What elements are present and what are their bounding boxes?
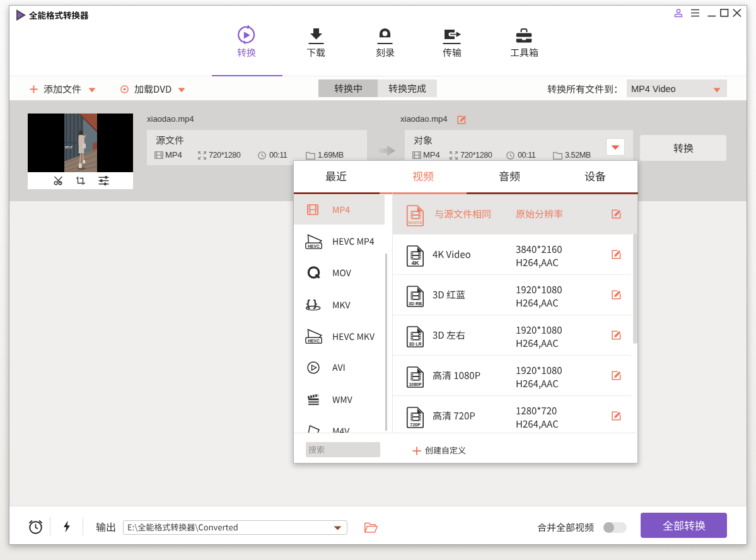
svg-text:HEVC: HEVC (308, 339, 320, 343)
svg-text:4K: 4K (411, 259, 419, 266)
svg-text:HEVC: HEVC (308, 244, 320, 248)
svg-text:1080P: 1080P (409, 382, 422, 386)
svg-text:source: source (408, 219, 422, 225)
svg-text:3D LR: 3D LR (409, 341, 421, 346)
svg-text:720P: 720P (410, 422, 421, 426)
svg-text:{}: {} (306, 298, 320, 309)
svg-text:3D RB: 3D RB (408, 301, 421, 305)
